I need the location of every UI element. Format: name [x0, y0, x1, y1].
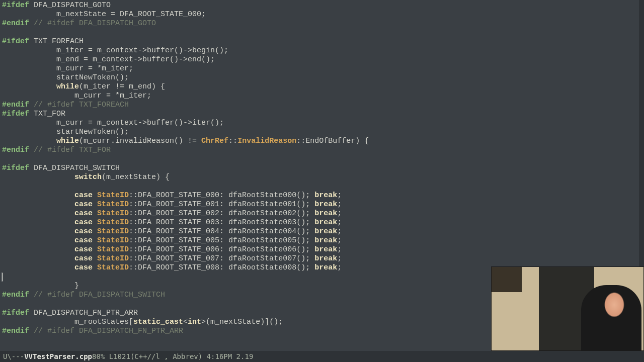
token-ident: ::DFA_ROOT_STATE_006: dfaRootState006(); [129, 245, 314, 254]
token-comment: // #ifdef DFA_DISPATCH_SWITCH [34, 291, 165, 299]
token-ident: (m_iter != m_end) { [79, 82, 165, 91]
token-keyword: static_cast [133, 318, 183, 326]
token-keyword: break [314, 254, 337, 263]
status-position: 80% L1021 [92, 352, 130, 361]
token-ident: ::DFA_ROOT_STATE_004: dfaRootState004(); [129, 227, 314, 236]
code-line[interactable]: case StateID::DFA_ROOT_STATE_003: dfaRoo… [2, 218, 642, 227]
token-ident [29, 19, 34, 28]
token-ident: ; [337, 263, 342, 272]
token-preproc: #ifdef [2, 110, 29, 118]
code-line[interactable]: switch(m_nextState) { [2, 173, 642, 182]
code-line[interactable]: while(m_iter != m_end) { [2, 82, 642, 92]
token-ident: :: [228, 137, 237, 145]
token-ident: startNewToken(); [2, 128, 129, 136]
token-keyword: while [56, 82, 79, 91]
token-ident [93, 191, 97, 200]
token-ident: m_curr = *m_iter; [2, 92, 151, 100]
token-keyword: case [74, 245, 93, 254]
token-ident: ; [337, 191, 342, 200]
code-line[interactable]: m_curr = m_context->buffer()->iter(); [2, 119, 642, 128]
token-ident [2, 227, 74, 236]
token-ident: m_curr = m_context->buffer()->iter(); [2, 119, 224, 127]
token-ident: ::DFA_ROOT_STATE_003: dfaRootState003(); [129, 218, 314, 227]
token-keyword: case [74, 218, 93, 227]
webcam-overlay [491, 266, 644, 351]
token-keyword: while [56, 137, 79, 145]
token-ident: (m_nextState) { [102, 173, 170, 182]
token-keyword: case [74, 191, 93, 200]
code-line[interactable] [2, 155, 642, 164]
token-ident: ::EndOfBuffer) { [296, 137, 369, 145]
code-line[interactable]: case StateID::DFA_ROOT_STATE_001: dfaRoo… [2, 200, 642, 209]
token-type: StateID [97, 218, 129, 227]
token-type: StateID [97, 245, 129, 254]
token-keyword: break [314, 218, 337, 227]
token-ident [2, 137, 56, 145]
token-ident [93, 245, 97, 254]
token-ident: ::DFA_ROOT_STATE_001: dfaRootState001(); [129, 200, 314, 209]
token-preproc: #ifdef [2, 37, 29, 46]
token-ident [2, 263, 74, 272]
status-mode: (C++//l , Abbrev) 4:16PM 2.19 [130, 352, 253, 361]
token-type: StateID [97, 200, 129, 209]
token-ident [29, 291, 34, 299]
code-line[interactable]: case StateID::DFA_ROOT_STATE_005: dfaRoo… [2, 236, 642, 245]
code-line[interactable]: m_nextState = DFA_ROOT_STATE_000; [2, 10, 642, 19]
code-line[interactable] [2, 28, 642, 37]
token-ident: >(m_nextState)](); [201, 318, 283, 326]
token-ident: m_rootStates[ [2, 318, 133, 326]
token-ident [2, 209, 74, 218]
token-type: StateID [97, 263, 129, 272]
code-line[interactable]: while(m_curr.invalidReason() != ChrRef::… [2, 137, 642, 146]
token-ident [93, 218, 97, 227]
code-line[interactable]: #ifdef TXT_FOR [2, 110, 642, 119]
code-line[interactable]: case StateID::DFA_ROOT_STATE_000: dfaRoo… [2, 191, 642, 200]
token-ident: ; [337, 236, 342, 245]
token-keyword: int [188, 318, 201, 326]
token-ident [93, 236, 97, 245]
token-comment: // #ifdef TXT_FOREACH [34, 101, 129, 109]
token-type: StateID [97, 254, 129, 263]
token-type: StateID [97, 227, 129, 236]
token-ident [2, 200, 74, 209]
token-ident: DFA_DISPATCH_FN_PTR_ARR [29, 309, 138, 317]
code-line[interactable]: case StateID::DFA_ROOT_STATE_007: dfaRoo… [2, 254, 642, 263]
code-line[interactable]: case StateID::DFA_ROOT_STATE_002: dfaRoo… [2, 209, 642, 218]
code-line[interactable]: m_end = m_context->buffer()->end(); [2, 55, 642, 64]
code-line[interactable]: #endif // #ifdef TXT_FOR [2, 146, 642, 155]
token-ident: m_iter = m_context->buffer()->begin(); [2, 46, 228, 55]
token-keyword: break [314, 263, 337, 272]
token-keyword: break [314, 200, 337, 209]
token-ident: ::DFA_ROOT_STATE_007: dfaRootState007(); [129, 254, 314, 263]
code-line[interactable]: #ifdef DFA_DISPATCH_SWITCH [2, 164, 642, 173]
code-line[interactable]: m_curr = *m_iter; [2, 64, 642, 73]
code-line[interactable]: startNewToken(); [2, 73, 642, 82]
token-ident: ::DFA_ROOT_STATE_000: dfaRootState000(); [129, 191, 314, 200]
token-preproc: #ifdef [2, 1, 29, 10]
code-line[interactable]: #ifdef DFA_DISPATCH_GOTO [2, 1, 642, 10]
code-line[interactable]: startNewToken(); [2, 128, 642, 137]
token-keyword: case [74, 254, 93, 263]
token-ident: } [2, 282, 79, 290]
token-keyword: switch [74, 173, 102, 182]
token-ident [2, 82, 56, 91]
code-line[interactable] [2, 182, 642, 191]
code-line[interactable]: #endif // #ifdef DFA_DISPATCH_GOTO [2, 19, 642, 28]
status-bar: U\--- VVTestParser.cpp 80% L1021 (C++//l… [0, 351, 644, 362]
token-ident: ; [337, 200, 342, 209]
text-cursor [2, 273, 3, 281]
token-ident: ; [337, 209, 342, 218]
code-line[interactable]: case StateID::DFA_ROOT_STATE_006: dfaRoo… [2, 245, 642, 254]
code-line[interactable]: #ifdef TXT_FOREACH [2, 37, 642, 46]
token-ident: ::DFA_ROOT_STATE_005: dfaRootState005(); [129, 236, 314, 245]
code-line[interactable]: m_iter = m_context->buffer()->begin(); [2, 46, 642, 55]
code-line[interactable]: #endif // #ifdef TXT_FOREACH [2, 101, 642, 110]
token-keyword: case [74, 236, 93, 245]
token-ident: DFA_DISPATCH_SWITCH [29, 164, 120, 172]
token-ident [2, 191, 74, 200]
code-line[interactable]: m_curr = *m_iter; [2, 92, 642, 101]
token-keyword: case [74, 209, 93, 218]
token-keyword: break [314, 236, 337, 245]
code-line[interactable]: case StateID::DFA_ROOT_STATE_004: dfaRoo… [2, 227, 642, 236]
token-preproc: #endif [2, 146, 29, 154]
